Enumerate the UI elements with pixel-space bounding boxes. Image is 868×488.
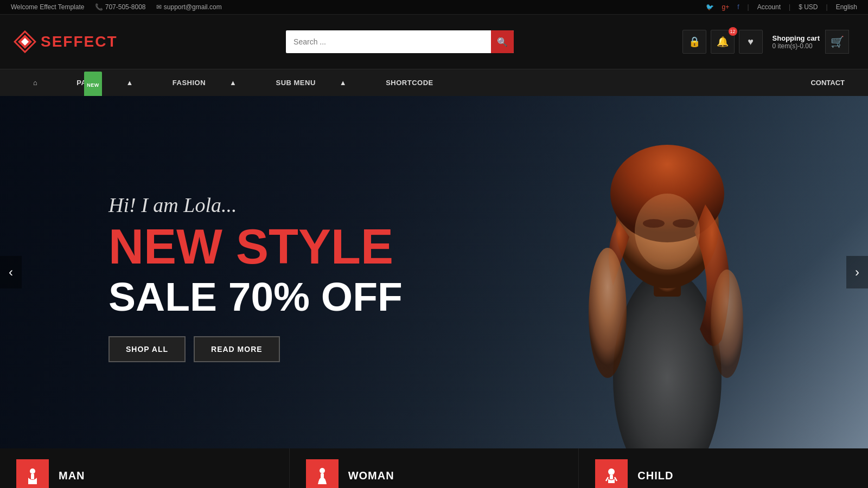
currency-selector[interactable]: $ USD [799, 3, 818, 11]
site-logo[interactable]: SEFFECT [14, 30, 118, 53]
hero-title: NEW STYLE [108, 222, 403, 271]
nav-item-shortcode[interactable]: SHORTCODE [366, 69, 453, 97]
nav-right: CONTACT [801, 69, 854, 97]
email-icon: ✉ [156, 3, 162, 11]
submenu-caret: ▲ [330, 69, 356, 97]
nav-item-home[interactable]: ⌂ [14, 69, 57, 97]
woman-icon-box [306, 459, 339, 488]
slider-next-button[interactable]: › [846, 256, 868, 288]
account-link[interactable]: Account [757, 3, 781, 11]
nav-link-shortcode[interactable]: SHORTCODE [366, 69, 453, 97]
phone-icon: 📞 [95, 3, 103, 11]
cart-items: 0 item(s)-0.00 [773, 42, 820, 50]
child-icon [603, 467, 620, 484]
hero-buttons: SHOP ALL READ MORE [108, 336, 403, 362]
logo-icon [14, 30, 36, 53]
shop-all-button[interactable]: SHOP ALL [108, 336, 186, 362]
logo-text: SEFFECT [41, 33, 118, 50]
nav-link-submenu[interactable]: SUB MENU ▲ [256, 69, 366, 97]
notification-badge: 12 [729, 27, 737, 36]
man-icon [24, 467, 41, 484]
cart-icon: 🛒 [831, 35, 844, 48]
search-bar: 🔍 [286, 30, 514, 53]
nav-link-home[interactable]: ⌂ [14, 69, 57, 97]
main-navbar: ⌂ NEW PAGES ▲ FASHION ▲ SUB MENU ▲ SHORT… [0, 69, 868, 96]
search-input[interactable] [286, 30, 491, 53]
child-label: CHILD [637, 470, 673, 482]
header-icons: 🔒 🔔 12 ♥ Shopping cart 0 item(s)-0.00 🛒 [682, 30, 854, 54]
svg-rect-17 [610, 475, 613, 479]
pages-caret: ▲ [116, 69, 143, 97]
category-child[interactable]: CHILD [579, 448, 868, 488]
man-label: MAN [59, 470, 85, 482]
facebook-icon[interactable]: f [737, 3, 739, 11]
twitter-icon[interactable]: 🐦 [706, 3, 714, 11]
phone-number: 📞 707-505-8008 [95, 3, 145, 11]
site-header: SEFFECT 🔍 🔒 🔔 12 ♥ Shopping cart 0 item(… [0, 15, 868, 69]
lock-icon: 🔒 [688, 36, 700, 48]
cart-area[interactable]: Shopping cart 0 item(s)-0.00 🛒 [767, 30, 854, 54]
fashion-caret: ▲ [220, 69, 246, 97]
cart-title: Shopping cart [773, 34, 820, 42]
man-icon-box [16, 459, 49, 488]
cart-icon-button[interactable]: 🛒 [825, 30, 849, 54]
search-icon: 🔍 [497, 37, 508, 47]
nav-item-submenu[interactable]: SUB MENU ▲ [256, 69, 366, 97]
nav-item-fashion[interactable]: FASHION ▲ [153, 69, 257, 97]
email-address: ✉ support@gmail.com [156, 3, 221, 11]
googleplus-icon[interactable]: g+ [722, 3, 730, 11]
hero-subtitle: Hi! I am Lola... [108, 193, 403, 217]
hero-content: Hi! I am Lola... NEW STYLE SALE 70% OFF … [0, 182, 403, 362]
bell-icon: 🔔 [717, 36, 729, 48]
language-selector[interactable]: English [836, 3, 857, 11]
slider-prev-button[interactable]: ‹ [0, 256, 22, 288]
hero-sale: SALE 70% OFF [108, 277, 403, 317]
search-button[interactable]: 🔍 [491, 30, 514, 53]
wishlist-button[interactable]: ♥ [739, 30, 763, 54]
nav-items: ⌂ NEW PAGES ▲ FASHION ▲ SUB MENU ▲ SHORT… [14, 69, 801, 97]
nav-link-fashion[interactable]: FASHION ▲ [153, 69, 257, 97]
lock-button[interactable]: 🔒 [682, 30, 706, 54]
chevron-right-icon: › [855, 265, 859, 280]
nav-item-pages[interactable]: NEW PAGES ▲ [57, 69, 152, 97]
hero-section: Hi! I am Lola... NEW STYLE SALE 70% OFF … [0, 96, 868, 448]
nav-link-pages[interactable]: PAGES ▲ [57, 69, 152, 97]
category-man[interactable]: MAN [0, 448, 290, 488]
top-bar-left: Welcome Effect Template 📞 707-505-8008 ✉… [11, 3, 222, 11]
top-bar: Welcome Effect Template 📞 707-505-8008 ✉… [0, 0, 868, 15]
svg-rect-15 [321, 473, 324, 478]
category-row: MAN WOMAN CHILD [0, 448, 868, 488]
child-icon-box [595, 459, 628, 488]
pages-new-badge: NEW [84, 72, 102, 99]
read-more-button[interactable]: READ MORE [194, 336, 280, 362]
notification-button[interactable]: 🔔 12 [711, 30, 735, 54]
svg-point-16 [608, 468, 615, 475]
cart-text: Shopping cart 0 item(s)-0.00 [773, 34, 820, 50]
welcome-text: Welcome Effect Template [11, 3, 84, 11]
chevron-left-icon: ‹ [9, 265, 13, 280]
heart-icon: ♥ [748, 36, 754, 48]
svg-point-12 [30, 468, 35, 474]
svg-line-18 [606, 477, 608, 481]
svg-point-14 [320, 468, 325, 473]
nav-link-contact[interactable]: CONTACT [801, 69, 854, 97]
top-bar-right: 🐦 g+ f | Account | $ USD | English [706, 3, 857, 11]
home-icon: ⌂ [23, 69, 47, 97]
svg-rect-13 [31, 474, 34, 479]
category-woman[interactable]: WOMAN [290, 448, 579, 488]
woman-label: WOMAN [348, 470, 394, 482]
svg-line-19 [615, 477, 617, 481]
woman-icon [314, 467, 331, 484]
